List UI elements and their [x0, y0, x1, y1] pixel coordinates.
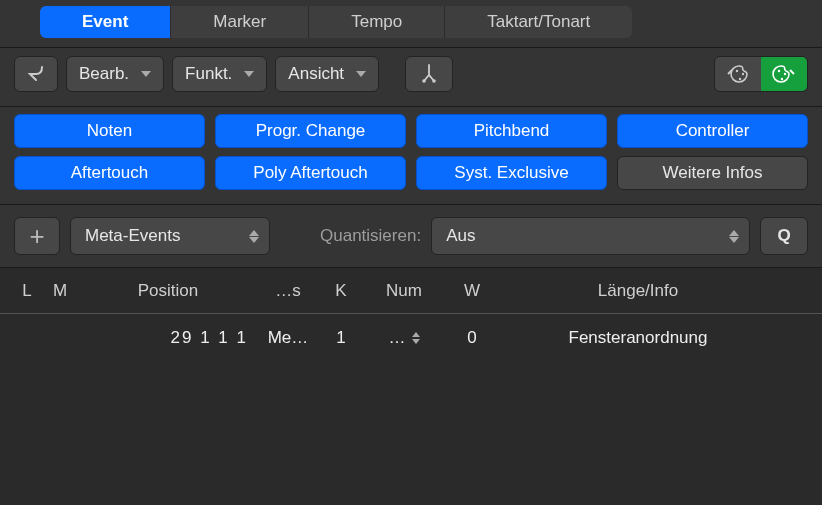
cell-length-info[interactable]: Fensteranordnung	[500, 328, 776, 348]
palette-icon	[725, 62, 751, 86]
cell-num[interactable]: …	[364, 328, 444, 348]
return-arrow-icon	[26, 64, 46, 84]
svg-point-4	[739, 78, 741, 80]
filter-poly-aftertouch-button[interactable]: Poly Aftertouch	[215, 156, 406, 190]
view-menu-label: Ansicht	[288, 64, 344, 84]
main-tab-group: Event Marker Tempo Taktart/Tonart	[40, 6, 632, 38]
edit-menu-label: Bearb.	[79, 64, 129, 84]
cell-num-value: …	[389, 328, 406, 348]
col-s[interactable]: …s	[258, 281, 318, 301]
svg-point-0	[422, 79, 426, 83]
event-filter-row: Noten Progr. Change Pitchbend Controller…	[0, 107, 822, 205]
tab-tempo[interactable]: Tempo	[309, 6, 445, 38]
chevron-down-icon	[244, 71, 254, 77]
split-quantize-icon	[418, 63, 440, 85]
function-menu-label: Funkt.	[185, 64, 232, 84]
event-subbar: + Meta-Events Quantisieren: Aus Q	[0, 205, 822, 268]
col-position[interactable]: Position	[78, 281, 258, 301]
filter-program-change-button[interactable]: Progr. Change	[215, 114, 406, 148]
event-type-label: Meta-Events	[85, 226, 180, 246]
stepper-icon	[249, 230, 259, 243]
tab-event[interactable]: Event	[40, 6, 171, 38]
stepper-icon	[729, 230, 739, 243]
svg-point-5	[778, 70, 780, 72]
quantize-tool-button[interactable]	[405, 56, 453, 92]
edit-menu-button[interactable]: Bearb.	[66, 56, 164, 92]
quantize-label: Quantisieren:	[320, 226, 421, 246]
back-button[interactable]	[14, 56, 58, 92]
col-k[interactable]: K	[318, 281, 364, 301]
add-event-button[interactable]: +	[14, 217, 60, 255]
top-tab-bar: Event Marker Tempo Taktart/Tonart	[0, 0, 822, 48]
chevron-down-icon	[356, 71, 366, 77]
col-l[interactable]: L	[12, 281, 42, 301]
event-table-header: L M Position …s K Num W Länge/Info	[0, 268, 822, 314]
event-type-select[interactable]: Meta-Events	[70, 217, 270, 255]
function-menu-button[interactable]: Funkt.	[172, 56, 267, 92]
filter-aftertouch-button[interactable]: Aftertouch	[14, 156, 205, 190]
svg-point-3	[742, 73, 744, 75]
filter-sysex-button[interactable]: Syst. Exclusive	[416, 156, 607, 190]
chevron-down-icon	[141, 71, 151, 77]
stepper-icon	[412, 332, 420, 344]
color-palette-toggle	[714, 56, 808, 92]
palette-right-button[interactable]	[761, 57, 807, 91]
cell-position[interactable]: 29 1 1 1	[78, 328, 258, 348]
quantize-apply-button[interactable]: Q	[760, 217, 808, 255]
svg-point-1	[432, 79, 436, 83]
filter-pitchbend-button[interactable]: Pitchbend	[416, 114, 607, 148]
svg-point-2	[736, 70, 738, 72]
tab-taktart-tonart[interactable]: Taktart/Tonart	[445, 6, 632, 38]
svg-point-6	[784, 73, 786, 75]
table-row[interactable]: 29 1 1 1 Me… 1 … 0 Fensteranordnung	[0, 314, 822, 362]
col-m[interactable]: M	[42, 281, 78, 301]
tab-marker[interactable]: Marker	[171, 6, 309, 38]
cell-k[interactable]: 1	[318, 328, 364, 348]
svg-point-7	[781, 78, 783, 80]
cell-w[interactable]: 0	[444, 328, 500, 348]
col-num[interactable]: Num	[364, 281, 444, 301]
col-w[interactable]: W	[444, 281, 500, 301]
cell-s[interactable]: Me…	[258, 328, 318, 348]
view-menu-button[interactable]: Ansicht	[275, 56, 379, 92]
filter-more-info-button[interactable]: Weitere Infos	[617, 156, 808, 190]
palette-left-button[interactable]	[715, 57, 761, 91]
col-length-info[interactable]: Länge/Info	[500, 281, 776, 301]
toolbar: Bearb. Funkt. Ansicht	[0, 48, 822, 107]
quantize-select[interactable]: Aus	[431, 217, 750, 255]
plus-icon: +	[29, 223, 44, 249]
filter-notes-button[interactable]: Noten	[14, 114, 205, 148]
palette-icon	[771, 62, 797, 86]
filter-controller-button[interactable]: Controller	[617, 114, 808, 148]
quantize-value: Aus	[446, 226, 475, 246]
